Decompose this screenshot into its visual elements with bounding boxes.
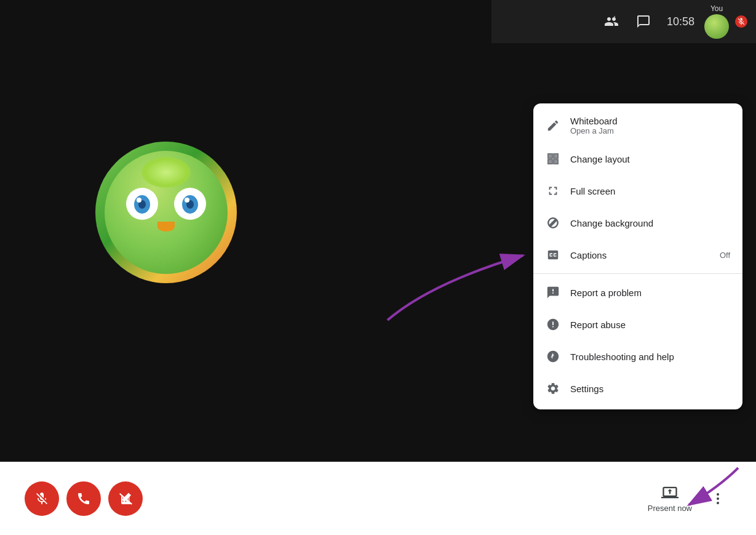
mute-microphone-button[interactable] <box>25 481 59 516</box>
full-screen-label: Full screen <box>570 186 730 196</box>
menu-item-change-background[interactable]: Change background <box>533 207 742 239</box>
settings-label: Settings <box>570 384 730 394</box>
context-menu: Whiteboard Open a Jam Change layout <box>533 103 742 409</box>
full-screen-text: Full screen <box>570 186 730 196</box>
troubleshooting-text: Troubleshooting and help <box>570 352 730 362</box>
captions-text: Captions <box>570 250 710 260</box>
troubleshooting-label: Troubleshooting and help <box>570 352 730 362</box>
svg-text:1: 1 <box>613 15 616 20</box>
change-layout-text: Change layout <box>570 154 730 164</box>
bottom-right-controls: Present now <box>638 479 731 518</box>
svg-point-10 <box>717 497 719 500</box>
menu-item-captions[interactable]: Captions Off <box>533 239 742 271</box>
change-layout-label: Change layout <box>570 154 730 164</box>
whiteboard-icon <box>546 118 560 133</box>
you-avatar <box>704 14 729 39</box>
captions-badge: Off <box>720 251 730 260</box>
whiteboard-sublabel: Open a Jam <box>570 126 730 135</box>
report-problem-label: Report a problem <box>570 288 730 298</box>
video-area: 1 10:58 You Whit <box>0 0 756 462</box>
call-controls <box>25 481 143 516</box>
more-options-button[interactable] <box>704 485 731 512</box>
participant-avatar <box>95 142 237 283</box>
captions-icon <box>546 247 560 262</box>
self-view[interactable]: You <box>704 4 729 39</box>
clock: 10:58 <box>662 15 699 28</box>
present-now-button[interactable]: Present now <box>638 479 702 518</box>
settings-icon <box>546 381 560 396</box>
menu-divider-1 <box>533 273 742 274</box>
menu-item-full-screen[interactable]: Full screen <box>533 175 742 207</box>
chat-icon[interactable] <box>630 8 657 35</box>
report-abuse-text: Report abuse <box>570 320 730 330</box>
svg-point-9 <box>717 493 719 496</box>
menu-item-troubleshooting[interactable]: Troubleshooting and help <box>533 340 742 372</box>
you-label: You <box>710 4 723 13</box>
full-screen-icon <box>546 183 560 198</box>
present-now-label: Present now <box>648 504 692 513</box>
change-layout-icon <box>546 151 560 166</box>
change-background-text: Change background <box>570 218 730 228</box>
menu-item-whiteboard[interactable]: Whiteboard Open a Jam <box>533 108 742 143</box>
toggle-camera-button[interactable] <box>108 481 143 516</box>
whiteboard-text: Whiteboard Open a Jam <box>570 116 730 135</box>
report-abuse-icon <box>546 317 560 332</box>
change-background-label: Change background <box>570 218 730 228</box>
bottom-toolbar: Present now <box>0 462 756 535</box>
report-problem-icon <box>546 285 560 300</box>
participants-icon[interactable]: 1 <box>598 8 625 35</box>
report-abuse-label: Report abuse <box>570 320 730 330</box>
report-problem-text: Report a problem <box>570 288 730 298</box>
troubleshooting-icon <box>546 349 560 364</box>
whiteboard-label: Whiteboard <box>570 116 730 126</box>
svg-point-11 <box>717 502 719 504</box>
end-call-button[interactable] <box>66 481 101 516</box>
top-toolbar: 1 10:58 You <box>491 0 756 43</box>
change-background-icon <box>546 215 560 230</box>
menu-item-report-problem[interactable]: Report a problem <box>533 276 742 308</box>
menu-item-report-abuse[interactable]: Report abuse <box>533 308 742 340</box>
settings-text: Settings <box>570 384 730 394</box>
captions-label: Captions <box>570 250 710 260</box>
menu-item-settings[interactable]: Settings <box>533 372 742 404</box>
menu-item-change-layout[interactable]: Change layout <box>533 143 742 175</box>
mute-badge <box>734 14 749 29</box>
